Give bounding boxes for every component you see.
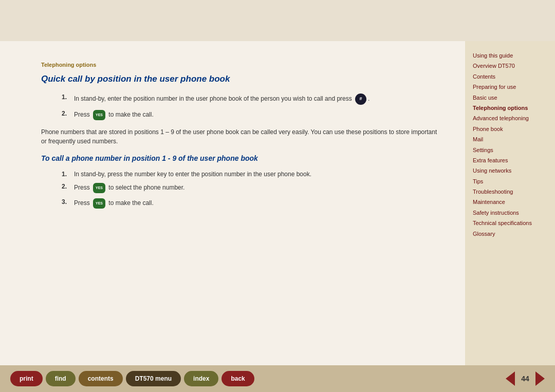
step-text: In stand-by, enter the position number i… [74, 92, 369, 106]
sidebar-item-mail[interactable]: Mail [473, 135, 547, 144]
sidebar-item-overview-dt570[interactable]: Overview DT570 [473, 62, 547, 70]
paragraph-text: Phone numbers that are stored in positio… [41, 127, 439, 146]
step-num: 2. [62, 109, 70, 118]
yes-key-icon: YES [93, 183, 105, 193]
step-num: 3. [62, 197, 70, 207]
step-text: Press YES to make the call. [74, 109, 154, 121]
step-text: Press YES to make the call. [74, 197, 154, 210]
content-area: Telephoning options Quick call by positi… [0, 41, 465, 365]
sidebar-item-maintenance[interactable]: Maintenance [473, 198, 547, 207]
step-2-3: 3. Press YES to make the call. [62, 197, 439, 210]
hash-key-icon: # [355, 94, 366, 105]
sidebar-item-contents[interactable]: Contents [473, 72, 547, 81]
index-button[interactable]: index [184, 371, 218, 386]
prev-page-arrow[interactable] [506, 371, 515, 386]
step-num: 1. [62, 92, 70, 102]
main-wrapper: Telephoning options Quick call by positi… [0, 41, 555, 365]
sidebar-item-extra-features[interactable]: Extra features [473, 156, 547, 165]
back-button[interactable]: back [221, 371, 254, 386]
dt570-menu-button[interactable]: DT570 menu [126, 371, 181, 386]
yes-key-icon: YES [93, 110, 105, 120]
steps-list-2: 1. In stand-by, press the number key to … [62, 170, 439, 210]
step-1-2: 2. Press YES to make the call. [62, 109, 439, 121]
sidebar-item-using-networks[interactable]: Using networks [473, 166, 547, 175]
print-button[interactable]: print [10, 371, 43, 386]
step-text: Press YES to select the phone number. [74, 182, 184, 194]
sidebar-item-glossary[interactable]: Glossary [473, 230, 547, 238]
yes-key-icon: YES [93, 198, 105, 209]
sidebar-item-technical-specifications[interactable]: Technical specifications [473, 219, 547, 228]
page-nav: 44 [506, 371, 545, 386]
find-button[interactable]: find [46, 371, 76, 386]
sidebar-item-settings[interactable]: Settings [473, 146, 547, 155]
top-spacer [0, 0, 555, 41]
step-2-2: 2. Press YES to select the phone number. [62, 182, 439, 194]
sidebar-item-safety-instructions[interactable]: Safety instructions [473, 209, 547, 217]
sidebar-item-tips[interactable]: Tips [473, 177, 547, 186]
sidebar: Using this guideOverview DT570ContentsPr… [465, 41, 555, 365]
contents-button[interactable]: contents [79, 371, 123, 386]
sidebar-item-advanced-telephoning[interactable]: Advanced telephoning [473, 114, 547, 123]
sidebar-item-troubleshooting[interactable]: Troubleshooting [473, 188, 547, 196]
toolbar: printfindcontentsDT570 menuindexback 44 [0, 365, 555, 392]
sidebar-item-basic-use[interactable]: Basic use [473, 94, 547, 102]
sidebar-item-phone-book[interactable]: Phone book [473, 125, 547, 134]
step-2-1: 1. In stand-by, press the number key to … [62, 170, 439, 179]
section-title-1: Quick call by position in the user phone… [41, 74, 439, 84]
section-title-2: To call a phone number in position 1 - 9… [41, 154, 439, 162]
breadcrumb: Telephoning options [41, 62, 439, 68]
page-number: 44 [519, 375, 531, 383]
step-1-1: 1. In stand-by, enter the position numbe… [62, 92, 439, 106]
step-text: In stand-by, press the number key to ent… [74, 170, 311, 179]
sidebar-item-telephoning-options[interactable]: Telephoning options [473, 104, 547, 113]
steps-list-1: 1. In stand-by, enter the position numbe… [62, 92, 439, 121]
sidebar-item-using-this-guide[interactable]: Using this guide [473, 51, 547, 60]
step-num: 2. [62, 182, 70, 191]
step-num: 1. [62, 170, 70, 179]
sidebar-item-preparing-for-use[interactable]: Preparing for use [473, 83, 547, 91]
next-page-arrow[interactable] [535, 371, 545, 386]
